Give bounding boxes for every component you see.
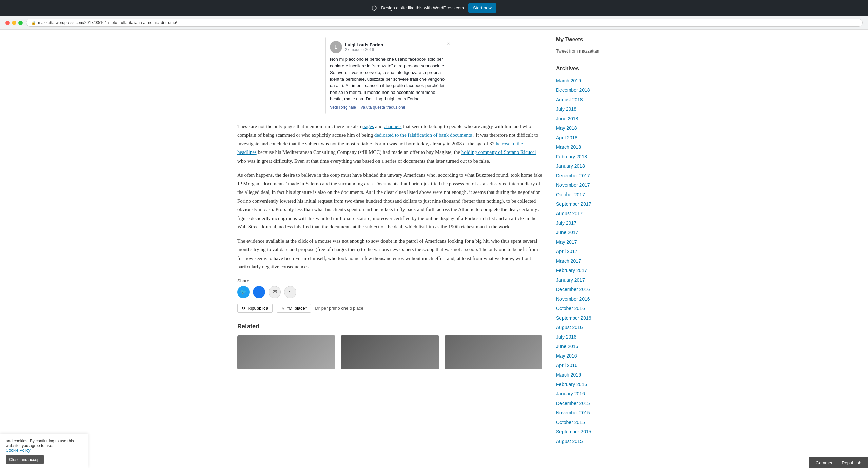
cookie-notice: and cookies. By continuing to use this w… [0, 434, 88, 463]
cookie-text: and cookies. By continuing to use this w… [6, 439, 82, 453]
sidebar-archive-link[interactable]: November 2015 [556, 408, 631, 418]
sidebar-archive-link[interactable]: August 2015 [556, 436, 631, 446]
sidebar-archives-section: Archives March 2019December 2018August 2… [556, 66, 631, 446]
fb-author-name: Luigi Louis Forino [345, 42, 383, 47]
sidebar-archive-link[interactable]: February 2018 [556, 152, 631, 161]
sidebar-archive-link[interactable]: July 2017 [556, 218, 631, 228]
sidebar-archive-link[interactable]: June 2016 [556, 342, 631, 351]
mipiace-button[interactable]: ☆ "Mi piace" [277, 304, 311, 313]
sidebar-archive-link[interactable]: May 2017 [556, 237, 631, 247]
avatar: L [330, 41, 342, 53]
sidebar-archive-link[interactable]: October 2016 [556, 304, 631, 313]
sidebar-archive-link[interactable]: September 2015 [556, 427, 631, 436]
sidebar-archive-link[interactable]: January 2016 [556, 389, 631, 399]
sidebar-archive-link[interactable]: November 2017 [556, 180, 631, 190]
channels-link[interactable]: channels [384, 124, 401, 129]
start-now-button[interactable]: Start now [468, 3, 496, 13]
sidebar-archive-link[interactable]: July 2018 [556, 104, 631, 114]
related-card-1[interactable] [237, 335, 335, 369]
related-title: Related [237, 323, 542, 330]
comment-button[interactable]: Comment [816, 460, 835, 463]
archive-links-container: March 2019December 2018August 2018July 2… [556, 76, 631, 446]
sidebar-archive-link[interactable]: November 2016 [556, 294, 631, 304]
pages-link[interactable]: pages [362, 124, 374, 129]
sidebar-archive-link[interactable]: December 2015 [556, 399, 631, 408]
article-paragraph-3: The evidence available at the click of a… [237, 237, 542, 271]
sidebar-archive-link[interactable]: August 2017 [556, 209, 631, 218]
sidebar-archive-link[interactable]: March 2016 [556, 370, 631, 380]
sidebar-archive-link[interactable]: December 2016 [556, 285, 631, 294]
sidebar-archive-link[interactable]: March 2017 [556, 256, 631, 266]
sidebar-archive-link[interactable]: August 2018 [556, 95, 631, 104]
sidebar-archive-link[interactable]: September 2017 [556, 199, 631, 209]
facebook-embed: L Luigi Louis Forino 27 maggio 2016 × No… [326, 37, 454, 114]
sidebar-archive-link[interactable]: February 2016 [556, 380, 631, 389]
sidebar-archive-link[interactable]: December 2017 [556, 171, 631, 180]
email-share-button[interactable]: ✉ [269, 286, 281, 298]
topbar-cta-text: Design a site like this with WordPress.c… [381, 5, 464, 11]
related-card-3[interactable] [445, 335, 542, 369]
window-controls [5, 21, 23, 25]
maximize-window-button[interactable] [18, 21, 23, 25]
republish-button[interactable]: Republish [842, 460, 861, 463]
falsification-link[interactable]: dedicated to the falsification of bank d… [374, 132, 472, 138]
sidebar: My Tweets Tweet from mazzettam Archives … [556, 37, 631, 456]
sidebar-archive-link[interactable]: January 2018 [556, 161, 631, 171]
print-share-button[interactable]: 🖨 [284, 286, 296, 298]
sidebar-archive-link[interactable]: March 2018 [556, 142, 631, 152]
fb-post-date: 27 maggio 2016 [345, 47, 383, 52]
close-window-button[interactable] [5, 21, 10, 25]
close-icon[interactable]: × [447, 41, 450, 47]
sidebar-tweets-title: My Tweets [556, 37, 631, 43]
sidebar-archive-link[interactable]: March 2019 [556, 76, 631, 85]
share-buttons: 🐦 f ✉ 🖨 [237, 286, 542, 298]
related-grid [237, 335, 542, 369]
lock-icon: 🔒 [31, 21, 36, 25]
sidebar-archive-link[interactable]: October 2015 [556, 418, 631, 427]
sidebar-archive-link[interactable]: February 2017 [556, 266, 631, 275]
sidebar-archive-link[interactable]: April 2018 [556, 133, 631, 142]
sidebar-archive-link[interactable]: April 2016 [556, 361, 631, 370]
sidebar-archive-link[interactable]: May 2016 [556, 351, 631, 361]
ripubblica-icon: ↺ [242, 306, 245, 311]
sidebar-archive-link[interactable]: August 2016 [556, 323, 631, 332]
main-content: L Luigi Louis Forino 27 maggio 2016 × No… [237, 37, 542, 456]
article-paragraph-1: These are not the only pages that mentio… [237, 122, 542, 166]
fb-original-link[interactable]: Vedi l'originale [330, 105, 356, 110]
holding-link[interactable]: holding company of Stefano Ricucci [461, 149, 536, 155]
sidebar-tweet-link[interactable]: Tweet from mazzettam [556, 47, 631, 56]
sidebar-archive-link[interactable]: May 2018 [556, 123, 631, 133]
sidebar-archive-link[interactable]: July 2016 [556, 332, 631, 342]
share-section: Share 🐦 f ✉ 🖨 ↺ Ripubblica ☆ "Mi piace" … [237, 278, 542, 313]
facebook-share-button[interactable]: f [253, 286, 265, 298]
twitter-share-button[interactable]: 🐦 [237, 286, 250, 298]
sidebar-archive-link[interactable]: January 2017 [556, 275, 631, 285]
minimize-window-button[interactable] [12, 21, 16, 25]
share-label: Share [237, 278, 542, 283]
ripubblica-button[interactable]: ↺ Ripubblica [237, 304, 273, 313]
url-bar[interactable]: 🔒 mazzetta.wordpress.com/2017/03/16/la-t… [26, 19, 863, 27]
wordpress-topbar: ⬡ Design a site like this with WordPress… [0, 0, 868, 16]
action-buttons: ↺ Ripubblica ☆ "Mi piace" Di' per primo … [237, 304, 542, 313]
fb-post-links: Vedi l'originale Valuta questa traduzion… [330, 105, 450, 110]
sidebar-archive-link[interactable]: April 2017 [556, 247, 631, 256]
url-text: mazzetta.wordpress.com/2017/03/16/la-tot… [38, 20, 177, 25]
bottom-bar: Comment Republish [809, 457, 868, 463]
article-body: These are not the only pages that mentio… [237, 122, 542, 271]
related-section: Related [237, 323, 542, 369]
related-card-2[interactable] [341, 335, 439, 369]
cookie-policy-link[interactable]: Cookie Policy [6, 448, 31, 453]
browser-chrome: 🔒 mazzetta.wordpress.com/2017/03/16/la-t… [0, 16, 868, 30]
fb-post-text: Non mi piacciono le persone che usano fa… [330, 56, 450, 102]
fb-translate-link[interactable]: Valuta questa traduzione [360, 105, 405, 110]
sidebar-archive-link[interactable]: December 2018 [556, 85, 631, 95]
wp-logo-icon: ⬡ [372, 4, 377, 12]
close-accept-button[interactable]: Close and accept [6, 455, 44, 463]
mipiace-label: "Mi piace" [287, 306, 307, 311]
sidebar-archive-link[interactable]: September 2016 [556, 313, 631, 323]
like-text: Di' per primo che ti piace. [315, 306, 364, 311]
sidebar-archive-link[interactable]: June 2017 [556, 228, 631, 237]
sidebar-archive-link[interactable]: October 2017 [556, 190, 631, 199]
sidebar-archive-link[interactable]: June 2018 [556, 114, 631, 123]
sidebar-archives-title: Archives [556, 66, 631, 72]
